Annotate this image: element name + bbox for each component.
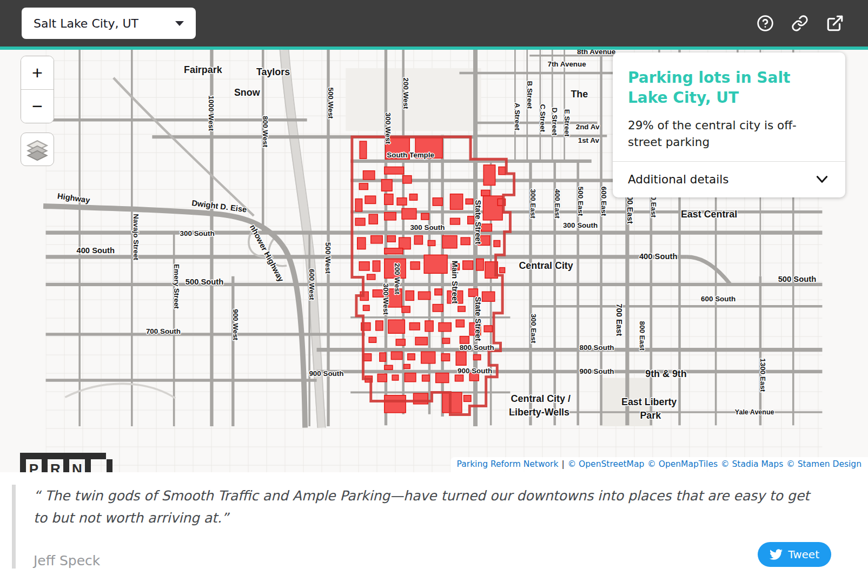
parking-lot-polygon <box>380 353 386 361</box>
map-label: East Liberty <box>621 397 677 407</box>
map-label: 300 South <box>410 223 445 232</box>
zoom-out-button[interactable]: − <box>21 90 54 123</box>
zoom-in-button[interactable]: + <box>21 56 54 89</box>
map-label: 200 West <box>402 78 410 109</box>
parking-lot-polygon <box>357 237 366 249</box>
map-label: 500 East <box>577 187 585 216</box>
map-label: Yale Avenue <box>735 408 774 416</box>
parking-lot-polygon <box>376 321 383 331</box>
top-header-bar: Salt Lake City, UT <box>0 0 868 47</box>
layers-icon <box>26 138 49 161</box>
parking-lot-polygon <box>385 365 393 369</box>
parking-lot-polygon <box>391 352 402 359</box>
map-label: 500 South <box>185 278 224 286</box>
map-label: 2nd Av <box>576 123 600 131</box>
info-card-title: Parking lots in Salt Lake City, UT <box>628 68 830 108</box>
parking-lot-polygon <box>363 171 374 180</box>
parking-lot-polygon <box>463 261 473 269</box>
map-label: 400 South <box>639 252 678 261</box>
city-selector-value: Salt Lake City, UT <box>34 17 138 30</box>
map-label: Navajo Street <box>131 214 140 260</box>
map-label: 400 South <box>76 246 115 255</box>
parking-lot-polygon <box>405 373 416 382</box>
parking-lot-polygon <box>355 199 362 212</box>
parking-lot-polygon <box>468 216 474 224</box>
map-label: Central City <box>519 260 573 271</box>
parking-lot-polygon <box>385 248 403 254</box>
map-label: 400 East <box>553 189 561 219</box>
prn-logo-letter-r: R <box>48 459 63 472</box>
quote-text: “ The twin gods of Smooth Traffic and Am… <box>34 485 820 529</box>
map-label: 300 South <box>563 221 598 229</box>
header-icons <box>757 14 844 32</box>
prn-logo-letter-n: N <box>69 459 85 472</box>
parking-lot-polygon <box>500 268 505 273</box>
city-selector-dropdown[interactable]: Salt Lake City, UT <box>22 8 196 39</box>
parking-lot-polygon <box>473 355 480 360</box>
link-icon[interactable] <box>791 15 809 32</box>
parking-lot-polygon <box>385 395 406 413</box>
parking-lot-polygon <box>385 194 393 205</box>
parking-lot-polygon <box>415 337 427 345</box>
parking-lot-polygon <box>404 365 410 369</box>
quote-author: Jeff Speck <box>34 553 834 569</box>
map-label: 300 South <box>180 229 215 237</box>
parking-lot-polygon <box>373 261 380 272</box>
parking-lot-polygon <box>402 208 416 219</box>
map-label: 800 South <box>579 343 614 352</box>
attribution-stamen-link[interactable]: © Stamen Design <box>786 459 862 469</box>
info-card: Parking lots in Salt Lake City, UT 29% o… <box>613 52 845 197</box>
attribution-separator: | <box>561 459 564 469</box>
layers-button[interactable] <box>21 133 54 166</box>
parking-lot-polygon <box>450 218 460 224</box>
parking-lot-polygon <box>484 326 492 332</box>
quote-section: “ The twin gods of Smooth Traffic and Am… <box>0 472 868 588</box>
map-label: 900 West <box>231 309 240 340</box>
tweet-button[interactable]: Tweet <box>758 542 831 567</box>
chevron-down-icon <box>175 21 184 26</box>
attribution-network-link[interactable]: Parking Reform Network <box>457 459 559 469</box>
attribution-openmaptiles-link[interactable]: © OpenMapTiles <box>647 459 718 469</box>
map-label: 900 South <box>458 367 492 375</box>
info-card-subtitle: 29% of the central city is off-street pa… <box>628 117 830 150</box>
map-label: 300 East <box>529 189 537 219</box>
map-label: B Street <box>526 81 534 109</box>
map-label: Park <box>640 410 661 421</box>
attribution-osm-link[interactable]: © OpenStreetMap <box>568 459 645 469</box>
map-label: D Street <box>551 108 559 136</box>
map-label: Liberty-Wells <box>509 407 569 418</box>
parking-lot-polygon <box>466 199 473 204</box>
parking-lot-polygon <box>409 323 420 330</box>
map-label: State Street <box>474 296 482 341</box>
parking-lot-polygon <box>388 320 405 333</box>
parking-lot-polygon <box>433 305 443 312</box>
map-label: 200 West <box>393 263 401 294</box>
additional-details-toggle[interactable]: Additional details <box>628 162 830 197</box>
parking-lot-polygon <box>464 395 471 402</box>
map-label: C Street <box>539 104 547 132</box>
map-attribution: Parking Reform Network | © OpenStreetMap… <box>450 457 868 472</box>
parking-lot-polygon <box>456 320 464 327</box>
map-label: 1st Av <box>578 136 600 144</box>
map-label: Snow <box>234 87 260 98</box>
prn-logo-topbar <box>20 453 106 459</box>
map-label: 1300 East <box>759 358 767 392</box>
parking-lot-polygon <box>442 236 457 248</box>
parking-lot-polygon <box>369 214 377 224</box>
map-label: 600 South <box>701 295 736 303</box>
parking-lot-polygon <box>442 392 462 413</box>
map-label: 800 South <box>460 343 494 352</box>
map-label: A Street <box>513 103 521 130</box>
help-circle-icon[interactable] <box>757 15 774 32</box>
parking-lot-polygon <box>422 375 429 381</box>
open-external-icon[interactable] <box>826 14 844 32</box>
map-label: 300 West <box>382 283 390 315</box>
map-label: E Street <box>563 109 571 137</box>
prn-logo: P R N <box>20 453 112 472</box>
map-label: 300 West <box>384 113 392 144</box>
parking-lot-polygon <box>424 255 447 273</box>
map-label: 300 East <box>529 314 538 343</box>
attribution-stadia-link[interactable]: © Stadia Maps <box>721 459 783 469</box>
parking-lot-polygon <box>355 218 365 225</box>
parking-lot-polygon <box>360 141 367 158</box>
